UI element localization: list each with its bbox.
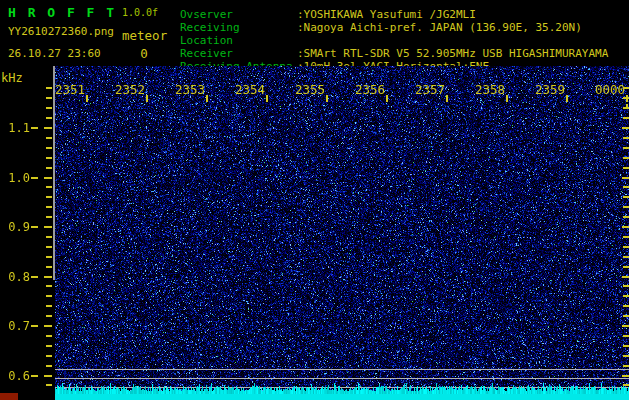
y-axis-tick [46, 305, 52, 307]
x-axis-tick [326, 95, 328, 102]
x-axis-time-label: 2359 [532, 84, 568, 96]
output-filename: YY2610272360.png [8, 25, 114, 38]
station-info-value: :Nagoya Aichi-pref. JAPAN (136.90E, 35.2… [297, 21, 582, 47]
x-axis-time-label: 2351 [52, 84, 88, 96]
y-axis-tick-right [623, 345, 629, 347]
y-axis-label: 0.8 [2, 271, 30, 283]
y-axis-tick-right [623, 335, 629, 337]
y-axis-tick [44, 127, 52, 129]
x-axis-tick [266, 95, 268, 102]
y-axis-tick [46, 335, 52, 337]
y-axis-tick-right [623, 295, 629, 297]
meteor-count-label: meteor [122, 28, 167, 43]
station-info-row: Receiver:SMArt RTL-SDR V5 52.905MHz USB … [180, 47, 608, 60]
x-axis-time-label: 2353 [172, 84, 208, 96]
y-axis-tick [46, 97, 52, 99]
x-axis-tick [446, 95, 448, 102]
y-axis-tick [46, 246, 52, 248]
x-axis-time-label: 2352 [112, 84, 148, 96]
y-axis-tick-right [623, 384, 629, 386]
y-axis-tick [46, 167, 52, 169]
y-axis-tick [46, 266, 52, 268]
y-axis-label-dash [31, 177, 38, 179]
x-axis-tick [206, 95, 208, 102]
y-axis-label-dash [31, 226, 38, 228]
x-axis-tick [626, 95, 628, 102]
y-axis-tick [46, 186, 52, 188]
x-axis-time-label: 2358 [472, 84, 508, 96]
y-axis-tick-right [622, 226, 629, 228]
observation-datetime: 26.10.27 23:60 [8, 47, 101, 60]
y-axis-tick [46, 295, 52, 297]
y-axis-tick-right [623, 256, 629, 258]
x-axis-time-label: 0000 [592, 84, 628, 96]
hrofft-app-window: H R O F F T 1.0.0f YY2610272360.png mete… [0, 0, 629, 400]
y-axis-tick-right [623, 355, 629, 357]
y-axis-tick [46, 256, 52, 258]
y-axis-tick [46, 147, 52, 149]
y-axis-tick [46, 107, 52, 109]
y-axis-tick-right [622, 177, 629, 179]
y-axis-label: 1.0 [2, 172, 30, 184]
y-axis-tick [46, 196, 52, 198]
y-axis-tick [46, 137, 52, 139]
y-axis-tick-right [623, 107, 629, 109]
y-axis-tick-right [623, 285, 629, 287]
y-axis-tick-right [622, 325, 629, 327]
y-axis-tick [46, 345, 52, 347]
y-axis-tick-right [623, 157, 629, 159]
station-info-value: :YOSHIKAWA Yasufumi /JG2MLI [297, 8, 476, 21]
y-axis-tick [44, 226, 52, 228]
left-edge-marker-line [53, 66, 55, 280]
y-axis-tick [44, 375, 52, 377]
x-axis-time-label: 2355 [292, 84, 328, 96]
y-axis-tick [46, 315, 52, 317]
y-axis-label: 0.6 [2, 370, 30, 382]
y-axis-tick-right [623, 167, 629, 169]
y-axis-label-dash [31, 127, 38, 129]
y-axis-tick-right [623, 117, 629, 119]
y-axis-tick-right [623, 147, 629, 149]
x-axis-tick [146, 95, 148, 102]
x-axis-time-label: 2357 [412, 84, 448, 96]
y-axis-tick-right [623, 236, 629, 238]
x-axis-tick [506, 95, 508, 102]
y-axis-tick [46, 285, 52, 287]
meteor-count-value: 0 [134, 46, 154, 61]
y-axis-tick [46, 384, 52, 386]
y-axis-tick-right [623, 137, 629, 139]
y-axis-unit-label: kHz [1, 71, 23, 85]
y-axis-tick [46, 365, 52, 367]
x-axis-time-label: 2354 [232, 84, 268, 96]
station-info-row: Ovserver:YOSHIKAWA Yasufumi /JG2MLI [180, 8, 608, 21]
y-axis-tick-right [623, 266, 629, 268]
y-axis-tick [46, 216, 52, 218]
y-axis-tick [44, 276, 52, 278]
y-axis-tick-right [623, 206, 629, 208]
y-axis-tick-right [623, 315, 629, 317]
y-axis-label: 0.7 [2, 320, 30, 332]
x-axis-tick [566, 95, 568, 102]
y-axis-tick [44, 325, 52, 327]
station-info-label: Receiver [180, 47, 297, 60]
spectrogram-canvas [55, 66, 629, 400]
station-info-table: Ovserver:YOSHIKAWA Yasufumi /JG2MLIRecei… [180, 8, 608, 73]
x-axis-tick [86, 95, 88, 102]
y-axis-tick [46, 117, 52, 119]
y-axis-tick-right [623, 186, 629, 188]
y-axis-tick-right [623, 216, 629, 218]
y-axis-label-dash [31, 276, 38, 278]
y-axis-tick-right [623, 365, 629, 367]
y-axis-tick-right [623, 196, 629, 198]
y-axis-tick [46, 355, 52, 357]
bottom-left-red-marker [0, 393, 18, 400]
y-axis-label: 1.1 [2, 122, 30, 134]
y-axis-label-dash [31, 375, 38, 377]
app-version: 1.0.0f [122, 7, 158, 18]
y-axis-tick-right [622, 127, 629, 129]
y-axis-tick-right [623, 246, 629, 248]
y-axis-tick [46, 206, 52, 208]
y-axis-tick-right [622, 375, 629, 377]
station-info-label: Receiving Location [180, 21, 297, 47]
y-axis-label: 0.9 [2, 221, 30, 233]
